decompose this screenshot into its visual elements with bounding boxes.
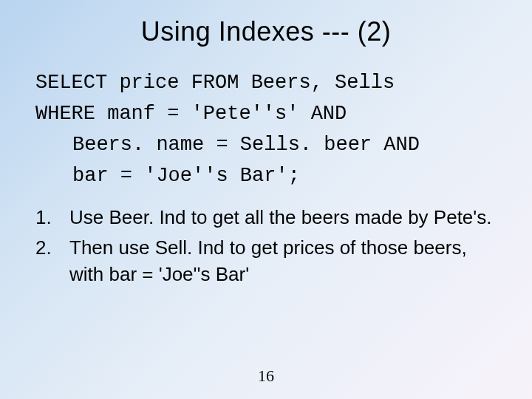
sql-code-block: SELECT price FROM Beers, Sells WHERE man… [0, 68, 532, 205]
code-line-4: bar = 'Joe''s Bar'; [35, 161, 300, 192]
list-item: 1. Use Beer. Ind to get all the beers ma… [35, 205, 502, 231]
list-number: 2. [35, 235, 69, 287]
list-text: Use Beer. Ind to get all the beers made … [69, 205, 492, 231]
code-line-1: SELECT price FROM Beers, Sells [35, 72, 395, 94]
page-number: 16 [0, 366, 532, 386]
list-text: Then use Sell. Ind to get prices of thos… [69, 235, 502, 287]
list-number: 1. [35, 205, 69, 231]
numbered-list: 1. Use Beer. Ind to get all the beers ma… [0, 205, 532, 287]
code-line-2: WHERE manf = 'Pete''s' AND [35, 103, 347, 125]
list-item: 2. Then use Sell. Ind to get prices of t… [35, 235, 502, 287]
code-line-3: Beers. name = Sells. beer AND [35, 130, 420, 161]
slide-title: Using Indexes --- (2) [0, 0, 532, 68]
